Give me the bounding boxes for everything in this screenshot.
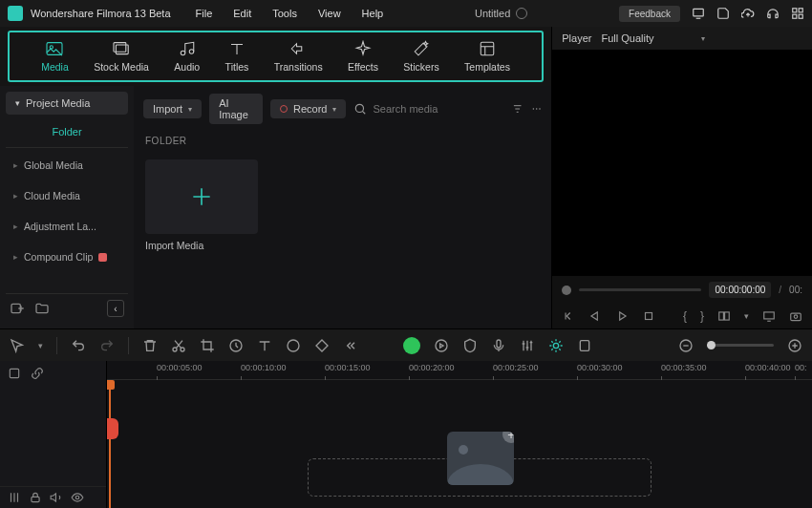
render-icon[interactable] [434,338,449,353]
ai-image-button[interactable]: AI Image [209,94,263,124]
track-mute-icon[interactable] [50,491,63,504]
prev-frame-icon[interactable] [562,309,575,323]
keyframe-icon[interactable] [314,338,330,353]
track-options-icon[interactable] [8,367,21,380]
track-lock-icon[interactable] [29,491,42,504]
media-tab-audio[interactable]: Audio [174,40,200,73]
ai-tool-icon[interactable] [548,338,564,353]
redo-icon[interactable] [99,338,115,353]
scrubber-track[interactable] [579,288,701,291]
svg-point-10 [189,50,194,54]
chevron-down-icon[interactable]: ▾ [744,311,749,321]
playhead-handle[interactable] [107,418,118,439]
project-media-header[interactable]: ▾ Project Media [6,92,128,115]
fullscreen-icon[interactable] [762,309,776,323]
media-tab-templates[interactable]: Templates [464,40,510,73]
grid-icon[interactable] [791,7,804,20]
zoom-in-icon[interactable] [787,338,802,353]
folder-tab[interactable]: Folder [6,118,128,148]
add-clip-button[interactable]: + [502,432,514,443]
import-dropdown[interactable]: Import ▾ [143,99,202,118]
preview-canvas[interactable] [552,50,812,276]
cut-icon[interactable] [171,338,186,353]
speed-icon[interactable] [228,338,244,353]
ruler[interactable]: 00:00:05:00 00:00:10:00 00:00:15:00 00:0… [107,361,812,380]
shield-icon[interactable] [462,338,478,353]
svg-rect-0 [694,9,704,16]
ruler-tick: 00:00:10:00 [241,363,287,372]
image-icon [45,40,64,57]
undo-icon[interactable] [71,338,86,353]
sidebar-item-global-media[interactable]: ▸ Global Media [6,152,128,179]
timeline-body[interactable]: 00:00:05:00 00:00:10:00 00:00:15:00 00:0… [107,361,812,508]
thumb-hill-icon [447,464,514,485]
text-tool-icon[interactable] [257,338,272,353]
svg-rect-1 [793,9,797,12]
quality-dropdown[interactable]: Full Quality [601,32,653,44]
search-input[interactable] [373,103,504,115]
content-toolbar: Import ▾ AI Image Record ▾ [134,86,551,132]
sidebar-item-cloud-media[interactable]: ▸ Cloud Media [6,182,128,209]
save-icon[interactable] [716,7,730,20]
cloud-upload-icon[interactable] [741,7,755,20]
play-back-icon[interactable] [588,309,602,323]
tracks-area[interactable]: + [107,380,812,508]
mark-out-icon[interactable]: } [700,309,704,323]
zoom-out-icon[interactable] [678,338,694,353]
sidebar-item-compound-clip[interactable]: ▸ Compound Clip [6,243,128,270]
track-settings-icon[interactable] [8,491,21,504]
import-media-tile[interactable] [145,159,258,234]
media-tab-label: Stock Media [94,61,149,73]
cloud-sync-icon[interactable] [516,8,527,19]
track-controls [0,486,106,508]
menu-edit[interactable]: Edit [233,8,251,19]
stock-icon [112,40,131,57]
menu-file[interactable]: File [196,8,213,19]
svg-point-27 [436,340,447,351]
more-icon[interactable] [531,102,542,116]
track-visible-icon[interactable] [71,491,84,504]
marker-icon[interactable] [577,338,592,353]
zoom-slider[interactable] [707,344,774,347]
mixer-icon[interactable] [520,338,535,353]
snapshot-icon[interactable] [789,309,802,323]
link-icon[interactable] [31,367,44,380]
ai-face-icon[interactable] [403,337,420,354]
color-icon[interactable] [286,338,301,353]
delete-icon[interactable] [142,338,158,353]
chevron-down-icon[interactable]: ▾ [38,341,43,350]
mark-in-icon[interactable]: { [683,309,687,323]
headphones-icon[interactable] [766,7,780,20]
media-tab-titles[interactable]: Titles [225,40,249,73]
playhead[interactable] [109,380,111,508]
compare-icon[interactable] [717,309,731,323]
crop-icon[interactable] [200,338,215,353]
mic-icon[interactable] [491,338,506,353]
menu-help[interactable]: Help [362,8,384,19]
new-folder-icon[interactable] [34,301,50,316]
media-clip-placeholder[interactable]: + [447,432,514,485]
media-tab-transitions[interactable]: Transitions [274,40,323,73]
media-tab-label: Effects [348,61,378,73]
media-tab-media[interactable]: Media [41,40,69,73]
feedback-button[interactable]: Feedback [619,6,680,22]
stop-icon[interactable] [642,309,655,323]
menu-tools[interactable]: Tools [272,8,297,19]
sidebar-item-adjustment-layer[interactable]: ▸ Adjustment La... [6,213,128,240]
menu-view[interactable]: View [318,8,341,19]
add-media-icon[interactable] [10,301,25,316]
project-title[interactable]: Untitled [475,8,510,19]
collapse-sidebar-button[interactable]: ‹ [107,300,124,317]
select-tool-icon[interactable] [10,338,25,353]
monitor-icon[interactable] [692,7,705,20]
sidebar-item-label: Global Media [24,159,83,171]
media-tab-stickers[interactable]: Stickers [403,40,438,73]
media-tab-stock[interactable]: Stock Media [94,40,149,73]
media-tab-effects[interactable]: Effects [348,40,378,73]
more-tools-icon[interactable] [343,338,358,353]
filter-icon[interactable] [512,102,523,116]
scrubber-handle[interactable] [562,286,571,295]
svg-point-29 [553,343,558,348]
record-dropdown[interactable]: Record ▾ [270,99,346,118]
play-icon[interactable] [615,309,629,323]
